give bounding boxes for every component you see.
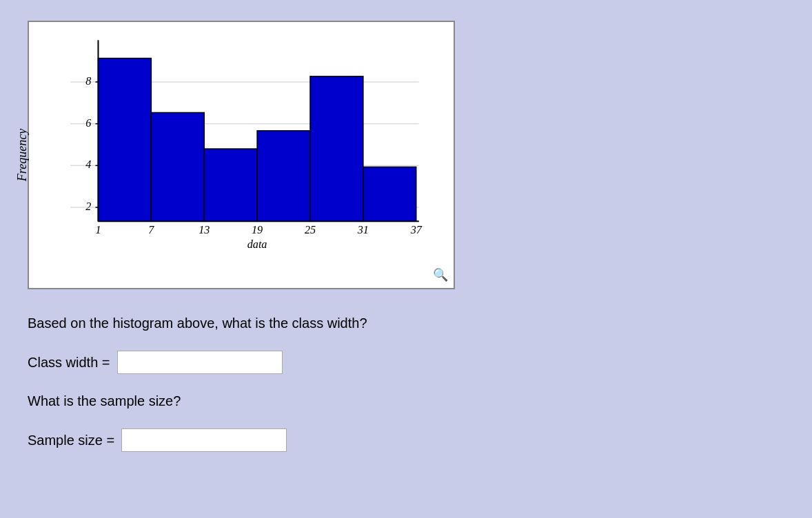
svg-text:19: 19 [252, 224, 263, 236]
main-question: Based on the histogram above, what is th… [28, 315, 784, 331]
bar-5 [310, 76, 363, 221]
histogram-svg: 2 4 6 8 [70, 36, 433, 253]
sample-size-input[interactable] [121, 428, 287, 452]
svg-text:7: 7 [148, 224, 154, 236]
svg-text:data: data [247, 238, 267, 250]
y-axis-label: Frequency [15, 129, 30, 181]
magnify-icon[interactable]: 🔍 [433, 267, 448, 282]
svg-text:8: 8 [85, 75, 91, 87]
svg-text:13: 13 [199, 224, 210, 236]
bar-1 [98, 59, 151, 222]
class-width-input[interactable] [117, 351, 283, 374]
svg-text:6: 6 [85, 117, 91, 129]
question-section: Based on the histogram above, what is th… [28, 315, 784, 471]
bar-4 [257, 131, 310, 222]
bar-2 [151, 112, 204, 221]
bar-6 [363, 167, 416, 221]
class-width-row: Class width = [28, 351, 784, 374]
histogram-chart: Frequency 2 4 6 8 [28, 21, 455, 289]
svg-text:31: 31 [357, 224, 369, 236]
sample-size-label: Sample size = [28, 433, 114, 448]
bar-3 [204, 149, 257, 221]
svg-text:4: 4 [85, 158, 91, 170]
sample-size-question: What is the sample size? [28, 393, 784, 409]
svg-text:2: 2 [85, 200, 91, 212]
class-width-label: Class width = [28, 355, 110, 371]
svg-text:1: 1 [95, 224, 101, 236]
sample-size-row: Sample size = [28, 428, 784, 452]
svg-text:37: 37 [410, 224, 423, 236]
svg-text:25: 25 [305, 224, 316, 236]
